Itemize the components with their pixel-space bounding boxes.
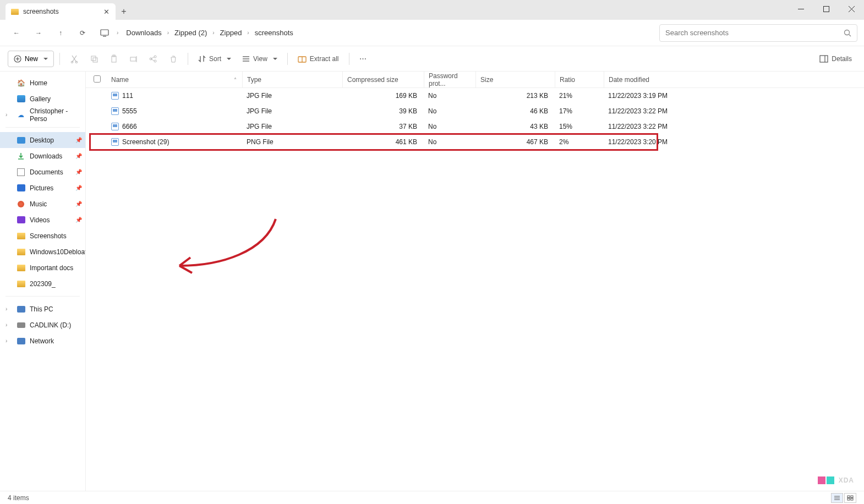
file-password: No [424, 138, 475, 146]
pin-icon[interactable]: 📌 [75, 185, 82, 191]
folder-icon [11, 9, 19, 15]
view-button[interactable]: View [238, 50, 282, 68]
sidebar-item[interactable]: ›CADLINK (D:) [0, 317, 85, 333]
sidebar-item[interactable]: Important docs [0, 260, 85, 276]
sidebar-item[interactable]: Videos📌 [0, 212, 85, 228]
file-ratio: 15% [555, 123, 604, 130]
sidebar-item[interactable]: Screenshots [0, 228, 85, 244]
breadcrumb-item[interactable]: Downloads [124, 28, 163, 38]
close-window-button[interactable] [839, 0, 864, 18]
sidebar-item[interactable]: Desktop📌 [0, 132, 85, 148]
sidebar-item[interactable]: Documents📌 [0, 164, 85, 180]
pin-icon[interactable]: 📌 [75, 201, 82, 207]
watermark: XDA [818, 476, 854, 484]
file-name: Screenshot (29) [122, 138, 169, 146]
sidebar-item[interactable]: Windows10Debloat [0, 244, 85, 260]
column-date[interactable]: Date modified [604, 72, 703, 87]
column-type[interactable]: Type [242, 72, 342, 87]
svg-rect-13 [91, 56, 96, 61]
file-row[interactable]: Screenshot (29)PNG File461 KBNo467 KB2%1… [86, 134, 864, 150]
sidebar-label: Documents [30, 168, 63, 176]
sidebar-label: Christopher - Perso [30, 107, 85, 123]
sidebar-label: Windows10Debloat [30, 248, 86, 256]
search-input[interactable] [665, 29, 839, 37]
title-bar: screenshots ✕ + [0, 0, 864, 20]
chevron-right-icon[interactable]: › [6, 322, 7, 328]
copy-button[interactable] [85, 50, 103, 68]
chevron-right-icon[interactable]: › [6, 112, 7, 118]
chevron-right-icon[interactable]: › [6, 306, 7, 312]
sidebar-gallery[interactable]: Gallery [0, 91, 85, 107]
maximize-button[interactable] [813, 0, 839, 18]
file-size: 467 KB [475, 138, 555, 146]
svg-rect-1 [823, 6, 829, 12]
file-row[interactable]: 5555JPG File39 KBNo46 KB17%11/22/2023 3:… [86, 103, 864, 119]
close-tab-icon[interactable]: ✕ [102, 8, 110, 15]
file-name: 5555 [122, 107, 137, 115]
breadcrumb-item[interactable]: Zipped (2) [172, 28, 209, 38]
back-button[interactable]: ← [7, 23, 26, 43]
column-password[interactable]: Password prot... [424, 72, 475, 87]
paste-button[interactable] [105, 50, 123, 68]
sidebar-item[interactable]: ›Network [0, 333, 85, 349]
file-type: JPG File [242, 123, 342, 130]
svg-rect-34 [851, 496, 853, 498]
breadcrumb-item[interactable]: Zipped [218, 28, 244, 38]
rename-button[interactable] [125, 50, 143, 68]
chevron-right-icon[interactable]: › [6, 338, 7, 344]
search-box[interactable] [659, 24, 857, 42]
column-compressed-size[interactable]: Compressed size [342, 72, 424, 87]
thumbnails-view-button[interactable] [844, 493, 856, 503]
extract-all-button[interactable]: Extract all [293, 50, 343, 68]
cut-button[interactable] [65, 50, 83, 68]
folder-icon [17, 280, 25, 288]
select-all-checkbox[interactable] [86, 75, 108, 84]
refresh-button[interactable]: ⟳ [73, 23, 92, 43]
file-row[interactable]: 111JPG File169 KBNo213 KB21%11/22/2023 3… [86, 88, 864, 103]
pin-icon[interactable]: 📌 [75, 153, 82, 159]
new-button[interactable]: New [8, 51, 54, 67]
sidebar-item[interactable]: ›This PC [0, 301, 85, 317]
details-pane-icon [819, 55, 828, 63]
sidebar-label: Home [30, 79, 47, 87]
separator [6, 127, 80, 128]
column-name[interactable]: Name˄ [108, 76, 242, 84]
pin-icon[interactable]: 📌 [75, 217, 82, 223]
file-size: 213 KB [475, 92, 555, 100]
sidebar-label: Music [30, 200, 47, 208]
sort-icon [198, 55, 206, 63]
column-ratio[interactable]: Ratio [555, 72, 604, 87]
minimize-button[interactable] [788, 0, 813, 18]
up-button[interactable]: ↑ [51, 23, 70, 43]
share-button[interactable] [145, 50, 162, 68]
pin-icon[interactable]: 📌 [75, 137, 82, 143]
file-ratio: 17% [555, 107, 604, 115]
delete-button[interactable] [165, 50, 182, 68]
pc-icon[interactable] [95, 23, 114, 43]
separator [59, 53, 60, 65]
file-date: 11/22/2023 3:22 PM [604, 107, 703, 115]
more-button[interactable]: ⋯ [355, 50, 371, 68]
column-size[interactable]: Size [475, 72, 555, 87]
file-row[interactable]: 6666JPG File37 KBNo43 KB15%11/22/2023 3:… [86, 119, 864, 134]
sidebar-item[interactable]: 202309_ [0, 276, 85, 292]
forward-button[interactable]: → [29, 23, 48, 43]
sidebar-item[interactable]: Downloads📌 [0, 148, 85, 164]
sidebar-item[interactable]: Music📌 [0, 196, 85, 212]
breadcrumb-item[interactable]: screenshots [253, 28, 296, 38]
search-icon [844, 29, 851, 37]
sidebar-onedrive[interactable]: ›☁Christopher - Perso [0, 107, 85, 123]
browser-tab[interactable]: screenshots ✕ [6, 3, 116, 20]
sidebar-home[interactable]: 🏠Home [0, 75, 85, 91]
pin-icon[interactable]: 📌 [75, 169, 82, 175]
details-pane-button[interactable]: Details [815, 50, 856, 68]
chevron-right-icon: › [212, 30, 214, 36]
annotation-arrow [171, 213, 287, 280]
sidebar-item[interactable]: Pictures📌 [0, 180, 85, 196]
new-tab-button[interactable]: + [116, 3, 132, 20]
sidebar-label: Desktop [30, 136, 54, 144]
sidebar-label: Downloads [30, 152, 62, 160]
details-view-button[interactable] [831, 493, 843, 503]
svg-rect-14 [93, 58, 97, 62]
sort-button[interactable]: Sort [194, 50, 236, 68]
